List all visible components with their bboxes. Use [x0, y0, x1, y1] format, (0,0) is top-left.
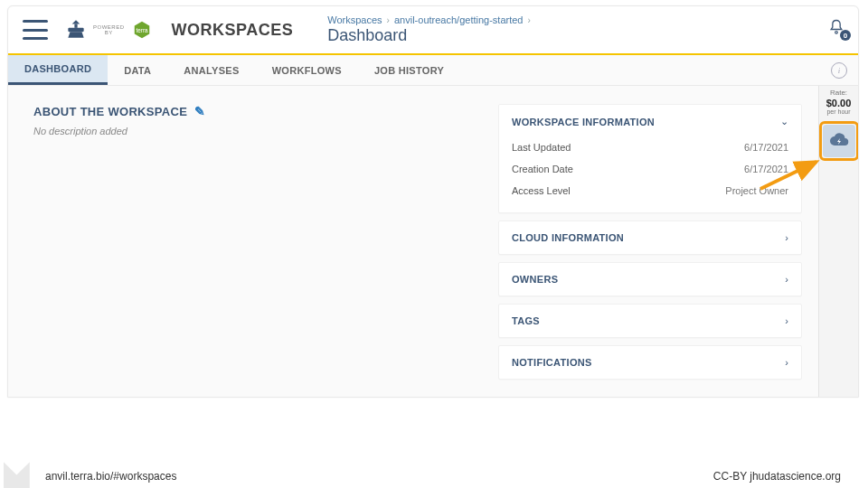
powered-by-label: POWERED BY	[93, 24, 125, 35]
panel-notifications: NOTIFICATIONS ›	[498, 345, 802, 380]
info-row: Creation Date 6/17/2021	[512, 158, 788, 180]
svg-rect-0	[74, 24, 77, 28]
panel-cloud-info-header[interactable]: CLOUD INFORMATION ›	[512, 232, 788, 243]
panel-title: OWNERS	[512, 274, 558, 285]
breadcrumb-workspaces[interactable]: Workspaces	[327, 14, 382, 25]
tab-workflows[interactable]: WORKFLOWS	[256, 55, 358, 85]
anvil-logo-icon	[64, 18, 88, 42]
rate-label: Rate:	[826, 89, 852, 98]
panel-title: TAGS	[512, 315, 540, 326]
breadcrumb: Workspaces › anvil-outreach/getting-star…	[327, 14, 533, 45]
terra-logo-icon: terra	[132, 20, 152, 40]
info-panels: WORKSPACE INFORMATION ⌄ Last Updated 6/1…	[498, 104, 802, 379]
chevron-right-icon: ›	[785, 357, 788, 368]
chevron-right-icon: ›	[528, 15, 531, 25]
tab-dashboard[interactable]: DASHBOARD	[8, 55, 108, 85]
highlight-box	[819, 121, 859, 161]
panel-notifications-header[interactable]: NOTIFICATIONS ›	[512, 357, 788, 368]
panel-title: NOTIFICATIONS	[512, 357, 592, 368]
info-value: 6/17/2021	[744, 142, 788, 153]
svg-rect-1	[68, 28, 83, 32]
tab-analyses[interactable]: ANALYSES	[167, 55, 255, 85]
footer-url: anvil.terra.bio/#workspaces	[45, 470, 176, 483]
tab-job-history[interactable]: JOB HISTORY	[358, 55, 460, 85]
chevron-down-icon: ⌄	[780, 116, 788, 127]
rate-display: Rate: $0.00 per hour	[826, 89, 852, 116]
info-icon[interactable]: i	[831, 62, 847, 79]
body: ABOUT THE WORKSPACE ✎ No description add…	[8, 86, 858, 397]
info-label: Last Updated	[512, 142, 571, 153]
info-label: Access Level	[512, 185, 571, 196]
panel-workspace-info: WORKSPACE INFORMATION ⌄ Last Updated 6/1…	[498, 104, 802, 213]
header-bar: POWERED BY terra WORKSPACES Workspaces ›…	[8, 6, 858, 55]
chevron-right-icon: ›	[387, 15, 390, 25]
panel-cloud-info: CLOUD INFORMATION ›	[498, 221, 802, 255]
chevron-right-icon: ›	[785, 274, 788, 285]
right-rail: Rate: $0.00 per hour	[818, 86, 858, 397]
app-title: WORKSPACES	[172, 21, 294, 40]
panel-tags-header[interactable]: TAGS ›	[512, 315, 788, 326]
notifications-icon[interactable]: 0	[827, 17, 845, 37]
panel-owners: OWNERS ›	[498, 262, 802, 296]
tab-data[interactable]: DATA	[108, 55, 167, 85]
rate-value: $0.00	[826, 98, 852, 108]
panel-workspace-info-header[interactable]: WORKSPACE INFORMATION ⌄	[512, 116, 788, 127]
info-value: 6/17/2021	[744, 164, 788, 174]
svg-point-4	[835, 32, 838, 34]
chevron-right-icon: ›	[785, 232, 788, 243]
info-row: Last Updated 6/17/2021	[512, 136, 788, 158]
about-title: ABOUT THE WORKSPACE	[33, 105, 187, 118]
main-area: ABOUT THE WORKSPACE ✎ No description add…	[8, 86, 818, 397]
about-section: ABOUT THE WORKSPACE ✎ No description add…	[33, 104, 480, 379]
edit-icon[interactable]: ✎	[194, 104, 205, 118]
brand-block: POWERED BY terra	[64, 18, 152, 42]
about-empty-text: No description added	[33, 126, 480, 136]
info-row: Access Level Project Owner	[512, 180, 788, 202]
footer-attribution: CC-BY jhudatascience.org	[713, 470, 841, 483]
info-label: Creation Date	[512, 164, 573, 174]
tab-bar: DASHBOARD DATA ANALYSES WORKFLOWS JOB HI…	[8, 55, 858, 86]
menu-icon[interactable]	[23, 20, 48, 40]
slide-footer: anvil.terra.bio/#workspaces CC-BY jhudat…	[0, 470, 868, 483]
page-title: Dashboard	[327, 26, 533, 45]
panel-tags: TAGS ›	[498, 304, 802, 338]
cloud-environment-button[interactable]	[823, 125, 855, 157]
chevron-right-icon: ›	[785, 315, 788, 326]
rate-unit: per hour	[826, 108, 852, 116]
panel-owners-header[interactable]: OWNERS ›	[512, 274, 788, 285]
app-window: POWERED BY terra WORKSPACES Workspaces ›…	[7, 5, 859, 398]
svg-text:terra: terra	[136, 27, 148, 33]
panel-title: WORKSPACE INFORMATION	[512, 117, 655, 127]
panel-title: CLOUD INFORMATION	[512, 232, 624, 243]
info-value: Project Owner	[725, 185, 788, 196]
breadcrumb-project[interactable]: anvil-outreach/getting-started	[394, 14, 523, 25]
notif-count-badge: 0	[840, 30, 851, 41]
